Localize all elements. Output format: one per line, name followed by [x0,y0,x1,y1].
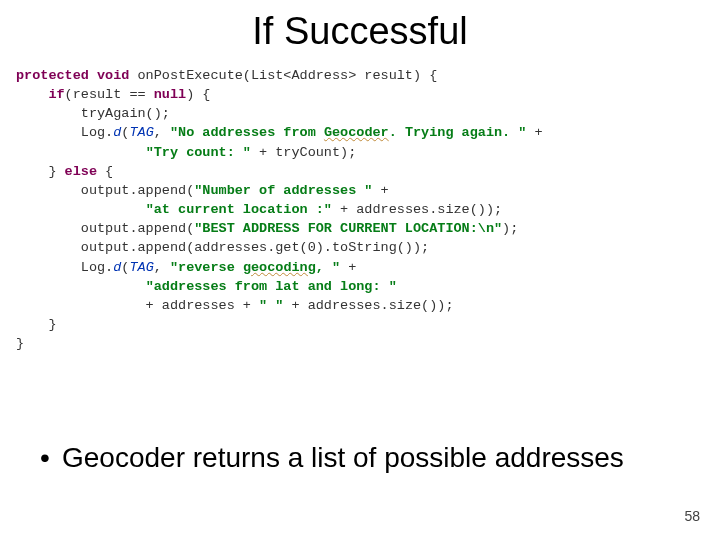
code-token: if [48,87,64,102]
page-number: 58 [684,508,700,524]
code-token: output.append( [16,221,194,236]
code-block: protected void onPostExecute(List<Addres… [16,66,704,353]
code-token: else [65,164,97,179]
code-token [16,202,146,217]
code-token: TAG [129,260,153,275]
code-token: } [16,164,65,179]
code-token: ); [502,221,518,236]
code-token: "addresses from lat and long: " [146,279,397,294]
code-token: + addresses + [16,298,259,313]
code-token: + addresses.size()); [283,298,453,313]
bullet-dot-icon: • [40,442,62,474]
code-token: + [526,125,542,140]
code-token: " [494,221,502,236]
code-token: output.append( [16,183,194,198]
bullet-text: Geocoder returns a list of possible addr… [62,442,624,473]
code-token: . Trying again. " [389,125,527,140]
code-token: (result == [65,87,154,102]
code-token: "Number of addresses " [194,183,372,198]
code-token: tryAgain(); [16,106,170,121]
code-token: Log. [16,260,113,275]
code-token: null [154,87,186,102]
slide: If Successful protected void onPostExecu… [0,0,720,540]
code-token: Geocoder [324,125,389,140]
code-token: { [97,164,113,179]
code-token: geocoding [243,260,316,275]
code-token: + [340,260,356,275]
code-token: protected void [16,68,129,83]
code-token: "reverse [170,260,243,275]
code-token: + addresses.size()); [332,202,502,217]
code-token: TAG [129,125,153,140]
code-token: "No addresses from [170,125,324,140]
code-token: + [372,183,388,198]
slide-title: If Successful [0,10,720,53]
code-token: , [154,125,170,140]
code-token: "Try count: " [146,145,251,160]
code-token: , " [316,260,340,275]
code-token [16,87,48,102]
code-token: \n [478,221,494,236]
code-token: "BEST ADDRESS FOR CURRENT LOCATION: [194,221,478,236]
code-token: + tryCount); [251,145,356,160]
code-token: } [16,317,57,332]
bullet-list: •Geocoder returns a list of possible add… [40,442,680,474]
code-token: output.append(addresses.get(0).toString(… [16,240,429,255]
code-token: " " [259,298,283,313]
code-token: , [154,260,170,275]
code-token [16,145,146,160]
code-token [16,279,146,294]
code-token: } [16,336,24,351]
code-token: onPostExecute(List<Address> result) { [129,68,437,83]
code-token: ) { [186,87,210,102]
code-token: "at current location :" [146,202,332,217]
code-token: Log. [16,125,113,140]
